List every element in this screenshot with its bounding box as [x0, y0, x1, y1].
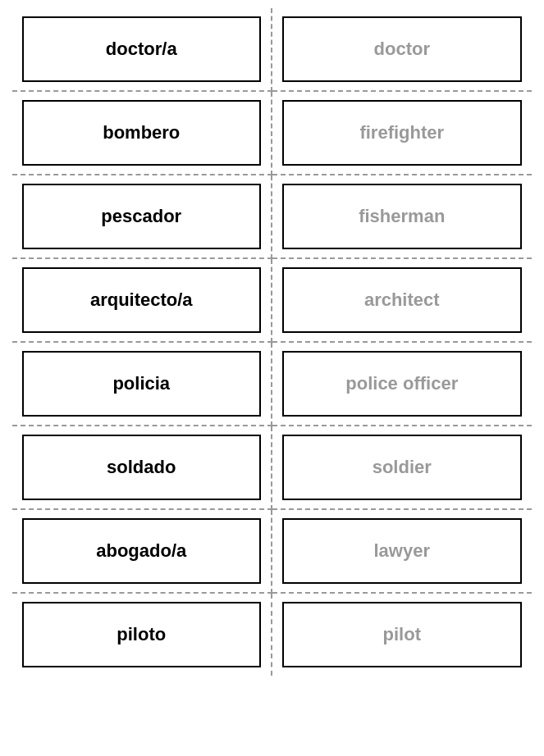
spanish-text-1: bombero: [103, 122, 180, 143]
spanish-card-4: policia: [22, 351, 261, 417]
left-cell-6: abogado/a: [12, 510, 272, 594]
english-card-7: pilot: [282, 602, 523, 667]
english-card-6: lawyer: [282, 518, 523, 584]
english-text-0: doctor: [374, 39, 430, 60]
spanish-card-6: abogado/a: [22, 518, 261, 584]
english-card-5: soldier: [282, 435, 523, 500]
left-cell-5: soldado: [12, 426, 272, 510]
spanish-card-2: pescador: [22, 184, 261, 249]
spanish-text-2: pescador: [101, 206, 181, 227]
right-cell-6: lawyer: [272, 510, 533, 594]
english-text-7: pilot: [383, 624, 421, 645]
spanish-text-5: soldado: [107, 457, 176, 478]
spanish-card-3: arquitecto/a: [22, 267, 261, 333]
english-card-0: doctor: [282, 16, 523, 82]
left-cell-3: arquitecto/a: [12, 259, 272, 343]
left-cell-4: policia: [12, 343, 272, 426]
english-text-5: soldier: [373, 457, 432, 478]
spanish-card-1: bombero: [22, 100, 261, 166]
spanish-card-5: soldado: [22, 435, 261, 500]
spanish-text-0: doctor/a: [106, 39, 177, 60]
right-cell-2: fisherman: [272, 175, 533, 259]
english-text-4: police officer: [345, 373, 458, 394]
spanish-text-6: abogado/a: [96, 540, 186, 562]
english-text-6: lawyer: [374, 540, 431, 562]
english-text-3: architect: [364, 289, 440, 311]
english-text-1: firefighter: [359, 122, 444, 143]
english-card-1: firefighter: [282, 100, 523, 166]
right-cell-5: soldier: [272, 426, 533, 510]
left-cell-7: piloto: [12, 594, 272, 676]
right-cell-0: doctor: [272, 8, 533, 92]
left-cell-1: bombero: [12, 92, 272, 175]
spanish-card-0: doctor/a: [22, 16, 261, 82]
flashcard-grid: doctor/adoctorbomberofirefighterpescador…: [12, 8, 532, 676]
right-cell-1: firefighter: [272, 92, 533, 175]
right-cell-4: police officer: [272, 343, 533, 426]
left-cell-2: pescador: [12, 175, 272, 259]
spanish-text-7: piloto: [117, 624, 166, 645]
left-cell-0: doctor/a: [12, 8, 272, 92]
english-card-4: police officer: [282, 351, 523, 417]
english-text-2: fisherman: [359, 206, 445, 227]
right-cell-7: pilot: [272, 594, 533, 676]
english-card-3: architect: [282, 267, 523, 333]
spanish-text-4: policia: [112, 373, 170, 394]
right-cell-3: architect: [272, 259, 533, 343]
english-card-2: fisherman: [282, 184, 523, 249]
spanish-text-3: arquitecto/a: [90, 289, 193, 311]
spanish-card-7: piloto: [22, 602, 261, 667]
flashcard-page: doctor/adoctorbomberofirefighterpescador…: [0, 0, 544, 756]
